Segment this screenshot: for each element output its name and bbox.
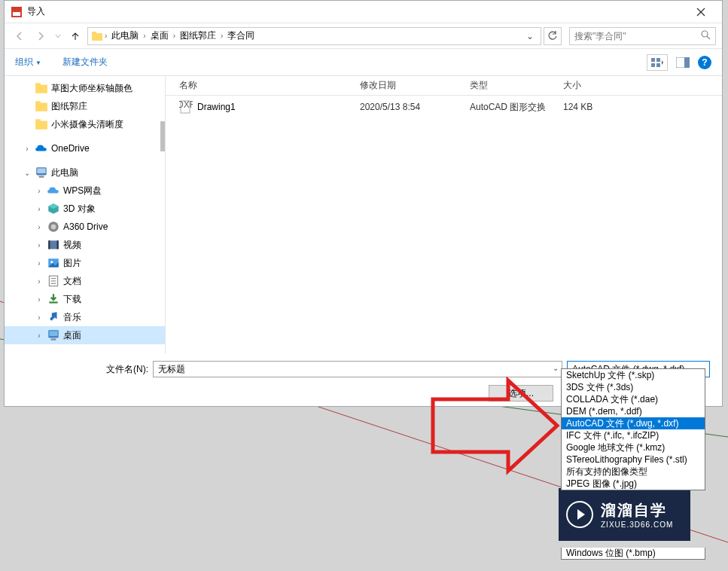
svg-point-32 <box>50 261 53 263</box>
up-button[interactable] <box>66 27 84 45</box>
expand-icon[interactable]: › <box>35 187 44 195</box>
sidebar-item-pictures[interactable]: › 图片 <box>5 254 165 272</box>
import-dialog: 导入 › 此电脑 › 桌面 › 图纸郭庄 › 李合同 <box>4 0 723 407</box>
breadcrumb-item[interactable]: 桌面 <box>148 29 172 42</box>
computer-icon <box>35 166 48 179</box>
music-icon <box>47 310 60 324</box>
video-icon <box>47 238 60 252</box>
svg-point-27 <box>51 224 56 230</box>
dropdown-item[interactable]: 3DS 文件 (*.3ds) <box>562 381 705 393</box>
sidebar-item-downloads[interactable]: › 下载 <box>5 290 165 308</box>
new-folder-button[interactable]: 新建文件夹 <box>62 56 108 69</box>
sidebar-item-documents[interactable]: › 文档 <box>5 272 165 290</box>
search-box[interactable] <box>569 27 716 45</box>
expand-icon[interactable]: ⌄ <box>23 169 32 177</box>
file-list-headers: 名称 修改日期 类型 大小 <box>166 76 722 96</box>
svg-rect-8 <box>92 32 96 34</box>
filename-input-wrapper[interactable]: ⌄ <box>153 361 562 377</box>
expand-icon[interactable]: › <box>35 205 44 213</box>
view-icon <box>650 57 664 68</box>
expand-icon[interactable]: › <box>35 295 44 304</box>
expand-icon[interactable]: › <box>35 259 44 267</box>
toolbar: 组织▼ 新建文件夹 ? <box>5 49 722 76</box>
svg-rect-25 <box>39 176 44 178</box>
sidebar-item-wps[interactable]: › WPS网盘 <box>5 182 165 200</box>
svg-rect-21 <box>35 121 47 130</box>
header-name[interactable]: 名称 <box>166 79 360 92</box>
filename-input[interactable] <box>158 362 557 377</box>
sidebar-item-videos[interactable]: › 视频 <box>5 236 165 254</box>
preview-pane-button[interactable] <box>672 54 693 71</box>
svg-rect-18 <box>35 83 41 85</box>
sidebar-item-a360[interactable]: › A360 Drive <box>5 218 165 236</box>
breadcrumb-item[interactable]: 此电脑 <box>108 29 142 42</box>
dropdown-item[interactable]: SketchUp 文件 (*.skp) <box>562 369 705 381</box>
dropdown-item[interactable]: AutoCAD 文件 (*.dwg, *.dxf) <box>562 417 705 429</box>
sidebar-item-desktop[interactable]: › 桌面 <box>5 326 165 344</box>
breadcrumb-history-dropdown[interactable]: ⌄ <box>522 31 538 41</box>
file-row[interactable]: DXF Drawing1 2020/5/13 8:54 AutoCAD 图形交换… <box>166 96 722 118</box>
header-type[interactable]: 类型 <box>470 79 563 92</box>
folder-icon <box>91 30 103 42</box>
titlebar: 导入 <box>5 1 722 23</box>
svg-rect-7 <box>92 33 102 41</box>
chevron-down-icon[interactable]: ⌄ <box>553 364 559 372</box>
header-date[interactable]: 修改日期 <box>360 79 470 92</box>
sidebar-item-music[interactable]: › 音乐 <box>5 308 165 326</box>
3d-icon <box>47 202 60 215</box>
svg-rect-4 <box>13 8 20 12</box>
expand-icon[interactable]: › <box>35 331 44 340</box>
help-button[interactable]: ? <box>698 56 711 69</box>
recent-dropdown[interactable] <box>53 27 63 45</box>
dialog-title: 导入 <box>27 5 686 18</box>
chevron-down-icon <box>55 33 61 39</box>
dropdown-item[interactable]: DEM (*.dem, *.ddf) <box>562 405 705 417</box>
expand-icon[interactable]: › <box>35 313 44 322</box>
sidebar-item-label: 视频 <box>63 239 81 252</box>
search-input[interactable] <box>574 31 700 41</box>
a360-icon <box>47 220 60 234</box>
sidebar-item-this-pc[interactable]: ⌄ 此电脑 <box>5 163 165 182</box>
sidebar-item-label: A360 Drive <box>63 221 108 232</box>
sidebar-item-label: WPS网盘 <box>63 185 102 197</box>
folder-icon <box>35 99 48 113</box>
sidebar-item-label: 文档 <box>63 275 81 288</box>
sidebar: 草图大师坐标轴颜色 图纸郭庄 小米摄像头清晰度 › OneDrive ⌄ 此电脑 <box>5 76 166 353</box>
close-button[interactable] <box>686 2 716 23</box>
close-icon <box>696 8 705 17</box>
dropdown-item[interactable]: IFC 文件 (*.ifc, *.ifcZIP) <box>562 429 705 441</box>
expand-icon[interactable]: › <box>35 277 44 286</box>
dropdown-item[interactable]: 所有支持的图像类型 <box>562 466 705 478</box>
breadcrumb-item[interactable]: 李合同 <box>224 29 257 42</box>
dxf-file-icon: DXF <box>179 100 193 114</box>
sidebar-item[interactable]: 图纸郭庄 <box>5 97 165 115</box>
back-button[interactable] <box>11 27 29 45</box>
dropdown-item[interactable]: Google 地球文件 (*.kmz) <box>562 441 705 453</box>
file-date: 2020/5/13 8:54 <box>360 102 470 112</box>
svg-rect-19 <box>35 103 47 111</box>
expand-icon[interactable]: › <box>23 145 32 153</box>
sidebar-item[interactable]: 草图大师坐标轴颜色 <box>5 79 165 97</box>
dropdown-item[interactable]: STereoLithography Files (*.stl) <box>562 453 705 466</box>
refresh-button[interactable] <box>544 27 562 45</box>
view-menu-button[interactable] <box>647 54 668 71</box>
svg-rect-22 <box>35 119 41 121</box>
sidebar-item-3d[interactable]: › 3D 对象 <box>5 200 165 218</box>
dropdown-item[interactable]: COLLADA 文件 (*.dae) <box>562 393 705 405</box>
download-icon <box>47 292 60 306</box>
svg-rect-20 <box>35 101 41 103</box>
expand-icon[interactable]: › <box>35 223 44 231</box>
sidebar-item-label: 小米摄像头清晰度 <box>51 118 123 131</box>
dropdown-item[interactable]: JPEG 图像 (*.jpg) <box>562 478 705 490</box>
expand-icon[interactable]: › <box>35 241 44 249</box>
sidebar-item[interactable]: 小米摄像头清晰度 <box>5 115 165 133</box>
header-size[interactable]: 大小 <box>563 79 623 92</box>
sidebar-item-label: 音乐 <box>63 311 81 324</box>
watermark: 溜溜自学 ZIXUE.3D66.COM <box>559 488 690 541</box>
sidebar-item-onedrive[interactable]: › OneDrive <box>5 139 165 157</box>
breadcrumb-item[interactable]: 图纸郭庄 <box>177 29 219 42</box>
organize-menu[interactable]: 组织▼ <box>15 56 41 69</box>
forward-button[interactable] <box>32 27 50 45</box>
breadcrumb-bar[interactable]: › 此电脑 › 桌面 › 图纸郭庄 › 李合同 ⌄ <box>87 27 541 45</box>
dropdown-item-partial[interactable]: Windows 位图 (*.bmp) <box>561 548 705 560</box>
